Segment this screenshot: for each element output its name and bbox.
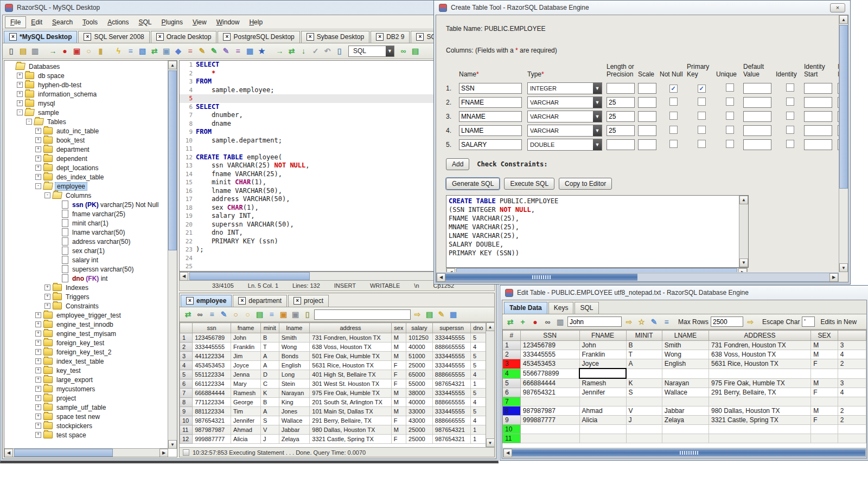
data-cell[interactable] <box>579 434 626 443</box>
delete-row-icon[interactable]: ● <box>530 316 540 327</box>
tree-item-label[interactable]: large_export <box>55 376 94 384</box>
column-header-ssn[interactable]: ssn <box>193 323 231 333</box>
column-name-input[interactable] <box>459 139 522 150</box>
not-null-checkbox[interactable] <box>669 140 678 148</box>
menu-item-search[interactable]: Search <box>47 17 78 28</box>
data-cell[interactable]: Bonds <box>279 352 310 361</box>
tree-item-label[interactable]: Tables <box>46 118 68 126</box>
tree-item[interactable]: +engine_test_myisam <box>4 329 168 338</box>
data-cell[interactable]: Alicia <box>579 416 626 425</box>
tree-item[interactable]: +Triggers <box>4 292 168 301</box>
row-number-cell[interactable]: 10 <box>180 416 193 425</box>
go-icon[interactable]: ⇨ <box>624 316 634 327</box>
list-icon[interactable]: ≡ <box>125 46 136 56</box>
data-cell[interactable]: 5 <box>471 352 486 361</box>
validate-icon[interactable]: ✓ <box>310 46 321 56</box>
data-cell[interactable]: Ahmad <box>579 406 626 416</box>
scroll-up-arrow-icon[interactable]: ▲ <box>839 15 848 24</box>
row-number-cell[interactable]: 1 <box>503 341 521 350</box>
data-cell[interactable]: 25000 <box>406 361 433 370</box>
scroll-left-arrow-icon[interactable]: ◀ <box>180 272 188 281</box>
data-cell[interactable]: King <box>279 398 310 407</box>
clipboard-icon[interactable]: ▣ <box>161 46 171 56</box>
connection-tab[interactable]: ×*MySQL Desktop <box>4 31 77 43</box>
data-cell[interactable]: 987654321 <box>520 388 579 397</box>
chevron-down-icon[interactable]: ▼ <box>593 83 602 94</box>
data-cell[interactable]: 291 Berry, Bellaire, TX <box>709 388 810 397</box>
tree-item-label[interactable]: sample_utf_table <box>55 404 107 411</box>
data-cell[interactable]: 5 <box>471 407 486 416</box>
scroll-thumb[interactable] <box>189 272 310 280</box>
edit-tab-keys[interactable]: Keys <box>548 302 574 314</box>
data-cell[interactable]: J <box>260 435 279 444</box>
not-null-checkbox[interactable] <box>669 112 678 120</box>
length-input[interactable] <box>607 83 635 94</box>
primary-key-checkbox[interactable] <box>698 140 706 148</box>
tree-item[interactable]: +auto_inc_table <box>4 126 168 135</box>
chevron-down-icon[interactable]: ▼ <box>593 139 602 150</box>
row-number-cell[interactable]: 6 <box>503 388 521 397</box>
results-tab[interactable]: ×project <box>288 295 329 307</box>
data-cell[interactable]: 638 Voss, Houston TX <box>310 343 391 352</box>
tree-horizontal-scrollbar[interactable]: ◀ ▶ <box>4 448 168 457</box>
collapse-icon[interactable]: - <box>26 119 32 125</box>
format-sql-icon[interactable]: ≡ <box>233 46 243 56</box>
results-list-icon[interactable]: ▤ <box>410 46 420 56</box>
tree-item-label[interactable]: dept_locations <box>55 164 100 172</box>
scroll-left-arrow-icon[interactable]: ◀ <box>437 273 445 282</box>
default-value-input[interactable] <box>743 97 771 108</box>
data-cell[interactable]: 2 <box>838 359 866 369</box>
edit-icon[interactable]: ✎ <box>436 309 446 320</box>
tree-item-label[interactable]: department <box>55 146 91 153</box>
unique-checkbox[interactable] <box>726 126 734 134</box>
glasses-icon[interactable]: ∞ <box>195 309 205 320</box>
tree-item[interactable]: +book_test <box>4 135 168 145</box>
close-tab-icon[interactable]: × <box>84 33 91 41</box>
export-table-icon[interactable]: ▤ <box>254 309 265 320</box>
identity-start-input[interactable] <box>804 97 832 108</box>
scale-input[interactable] <box>638 83 656 94</box>
scale-input[interactable] <box>638 111 656 122</box>
not-null-checkbox[interactable] <box>669 98 678 106</box>
row-number-cell[interactable]: 4 <box>503 369 521 378</box>
data-cell[interactable]: 453453453 <box>193 361 231 370</box>
tree-item-label[interactable]: engine_test_innodb <box>55 321 115 328</box>
data-cell[interactable]: Jabbar <box>662 406 709 416</box>
data-cell[interactable]: Mary <box>231 379 261 389</box>
identity-start-input[interactable] <box>804 139 832 150</box>
tree-item-label[interactable]: key_test <box>55 367 82 374</box>
tree-item-label[interactable]: db space <box>36 72 66 80</box>
data-cell[interactable]: 888665555 <box>432 343 470 352</box>
connection-tab[interactable]: ×PostgreSQL Desktop <box>218 31 299 43</box>
data-cell[interactable]: 401 High St, Bellaire TX <box>310 370 391 379</box>
expand-icon[interactable]: + <box>35 174 41 180</box>
data-cell[interactable]: Stein <box>279 379 310 389</box>
tree-item[interactable]: +stockpickers <box>4 421 168 430</box>
close-tab-icon[interactable]: × <box>223 33 231 41</box>
data-cell[interactable]: M <box>391 407 406 416</box>
tree-item-label[interactable]: salary int <box>71 256 100 264</box>
connection-tab[interactable]: ×Oracle Desktop <box>151 31 217 43</box>
data-cell[interactable]: F <box>391 361 406 370</box>
close-tab-icon[interactable]: × <box>156 33 164 41</box>
row-number-cell[interactable]: 2 <box>503 350 521 359</box>
edit-horizontal-scrollbar[interactable]: ◀ <box>503 448 866 457</box>
data-cell[interactable]: 2 <box>838 416 866 425</box>
data-cell[interactable]: 40000 <box>406 398 433 407</box>
editing-cell[interactable] <box>579 369 626 378</box>
escape-char-input[interactable] <box>802 316 815 327</box>
length-input[interactable] <box>607 111 635 122</box>
data-cell[interactable]: John <box>579 341 626 350</box>
go-icon[interactable]: ⇨ <box>745 316 756 327</box>
save-file-icon[interactable]: ▥ <box>30 46 40 56</box>
data-cell[interactable]: 888665555 <box>432 398 470 407</box>
edit-tab-sql[interactable]: SQL <box>575 302 598 314</box>
tree-item-label[interactable]: Indexes <box>64 284 90 292</box>
results-tab[interactable]: ×department <box>233 295 287 307</box>
tree-item[interactable]: +mycustomers <box>4 384 168 393</box>
data-cell[interactable]: 975 Fire Oak, Humble TX <box>709 378 810 388</box>
tree-item-label[interactable]: mysql <box>36 100 56 107</box>
tree-item-label[interactable]: sex char(1) <box>71 247 106 255</box>
menu-item-sql[interactable]: SQL <box>134 17 157 28</box>
data-cell[interactable]: 33000 <box>406 407 433 416</box>
